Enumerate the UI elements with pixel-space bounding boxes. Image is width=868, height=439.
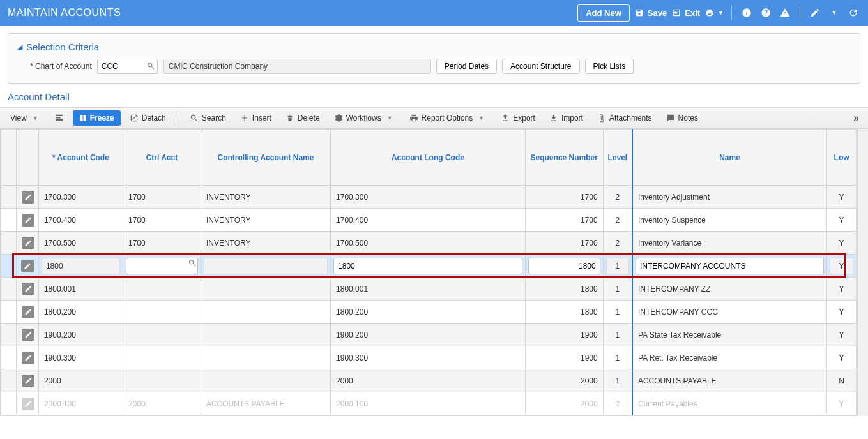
table-row[interactable]: 1800.0011800.00118001INTERCOMPANY ZZY (1, 278, 857, 301)
edit-row-button[interactable] (21, 260, 34, 272)
delete-button[interactable]: Delete (280, 111, 325, 125)
edit-row-button[interactable] (22, 375, 34, 387)
section-title: Account Detail (8, 91, 868, 102)
dropdown-caret-icon[interactable]: ▼ (827, 6, 841, 20)
low-cell: Y (827, 324, 857, 346)
low-cell: N (827, 369, 857, 392)
toolbar-overflow[interactable]: » (849, 112, 863, 124)
ctrl-name-cell (201, 324, 330, 346)
edit-row-button[interactable] (22, 191, 34, 204)
ctrl-acct-cell: 1700 (123, 232, 201, 255)
pick-lists-button[interactable]: Pick Lists (585, 59, 634, 74)
period-dates-button[interactable]: Period Dates (436, 59, 497, 74)
seq-cell: 1700 (525, 232, 603, 255)
format-icon[interactable] (50, 111, 69, 125)
table-row[interactable]: 1900.2001900.20019001PA State Tax Receiv… (1, 324, 857, 346)
level-cell: 2 (603, 209, 632, 232)
edit-row-button[interactable] (22, 283, 34, 295)
warning-icon[interactable] (778, 6, 792, 20)
col-edit (17, 130, 39, 186)
search-icon[interactable] (146, 61, 155, 70)
edit-row-button[interactable] (22, 214, 34, 227)
search-icon[interactable] (188, 258, 197, 267)
col-name[interactable]: Name (632, 130, 827, 186)
low-cell: Y (827, 209, 857, 232)
long-code-input[interactable] (333, 258, 522, 274)
name-cell: Inventory Variance (632, 232, 827, 255)
table-row[interactable]: 1800.2001800.20018001INTERCOMPANY CCCY (1, 301, 857, 324)
add-new-button[interactable]: Add New (577, 4, 630, 22)
ctrl-name-cell: INVENTORY (201, 186, 330, 209)
save-icon (635, 8, 644, 17)
edit-row-button[interactable] (22, 352, 34, 364)
attachment-icon (597, 114, 606, 123)
view-menu[interactable]: View▼ (5, 111, 46, 125)
search-label: Search (202, 114, 226, 123)
workflows-button[interactable]: Workflows ▼ (329, 111, 400, 125)
account-code-cell: 1700.300 (38, 186, 123, 209)
freeze-button[interactable]: Freeze (73, 110, 121, 126)
name-cell: Inventory Suspence (632, 209, 827, 232)
search-button[interactable]: Search (185, 111, 231, 125)
print-dropdown[interactable]: ▼ (705, 8, 724, 17)
col-ctrl-name[interactable]: Controlling Account Name (201, 130, 330, 186)
seq-cell: 1800 (525, 278, 603, 301)
ctrl-name-cell: INVENTORY (201, 232, 330, 255)
ctrl-acct-cell: 1700 (123, 186, 201, 209)
report-label: Report Options (422, 114, 473, 123)
col-low[interactable]: Low (827, 130, 857, 186)
col-seq[interactable]: Sequence Number (525, 130, 603, 186)
col-long-code[interactable]: Account Long Code (331, 130, 526, 186)
col-ctrl-acct[interactable]: Ctrl Acct (123, 130, 201, 186)
low-cell: Y (830, 258, 853, 274)
vertical-scrollbar[interactable] (857, 129, 868, 416)
table-row[interactable]: 1900.3001900.30019001PA Ret. Tax Receiva… (1, 346, 857, 369)
report-options-button[interactable]: Report Options ▼ (404, 111, 492, 125)
import-button[interactable]: Import (544, 111, 588, 125)
chart-of-account-input[interactable] (97, 59, 158, 74)
notes-button[interactable]: Notes (661, 111, 703, 125)
long-code-cell: 2000.100 (331, 392, 526, 415)
edit-row-button[interactable] (22, 306, 34, 318)
low-cell: Y (827, 301, 857, 324)
exit-icon (672, 8, 681, 17)
detach-button[interactable]: Detach (125, 111, 171, 125)
col-account-code[interactable]: * Account Code (38, 130, 123, 186)
exit-button[interactable]: Exit (672, 8, 700, 18)
freeze-label: Freeze (90, 114, 114, 123)
refresh-icon[interactable] (846, 6, 860, 20)
account-structure-button[interactable]: Account Structure (502, 59, 579, 74)
edit-row-button[interactable] (22, 237, 34, 249)
table-row[interactable]: 1700.3001700INVENTORY1700.30017002Invent… (1, 186, 857, 209)
ctrl-name-cell (201, 301, 330, 324)
freeze-icon (79, 114, 87, 122)
table-row[interactable]: 2000.1002000ACCOUNTS PAYABLE2000.1002000… (1, 392, 857, 415)
table-row[interactable]: 1700.4001700INVENTORY1700.40017002Invent… (1, 209, 857, 232)
level-cell: 1 (603, 324, 632, 346)
save-button[interactable]: Save (635, 8, 667, 18)
insert-label: Insert (252, 114, 271, 123)
caret-down-icon: ▼ (476, 115, 487, 121)
info-icon[interactable] (740, 6, 754, 20)
export-button[interactable]: Export (496, 111, 540, 125)
table-row[interactable]: 18001Y (1, 255, 857, 278)
account-code-cell: 2000 (38, 369, 123, 392)
col-selector (1, 130, 17, 186)
long-code-cell: 1800.001 (331, 278, 526, 301)
ctrl-acct-cell: 1700 (123, 209, 201, 232)
edit-mode-icon[interactable] (808, 6, 822, 20)
edit-row-button[interactable] (22, 398, 34, 410)
table-row[interactable]: 1700.5001700INVENTORY1700.50017002Invent… (1, 232, 857, 255)
insert-button[interactable]: Insert (235, 111, 277, 125)
seq-input[interactable] (528, 258, 600, 274)
collapse-triangle-icon[interactable]: ◢ (17, 43, 22, 51)
attachments-button[interactable]: Attachments (592, 111, 657, 125)
col-level[interactable]: Level (603, 130, 632, 186)
name-input[interactable] (636, 258, 824, 274)
caret-down-icon: ▼ (385, 115, 395, 121)
edit-row-button[interactable] (22, 329, 34, 341)
table-row[interactable]: 2000200020001ACCOUNTS PAYABLEN (1, 369, 857, 392)
workflows-icon (334, 114, 343, 123)
help-icon[interactable] (759, 6, 773, 20)
seq-cell: 1800 (525, 301, 603, 324)
